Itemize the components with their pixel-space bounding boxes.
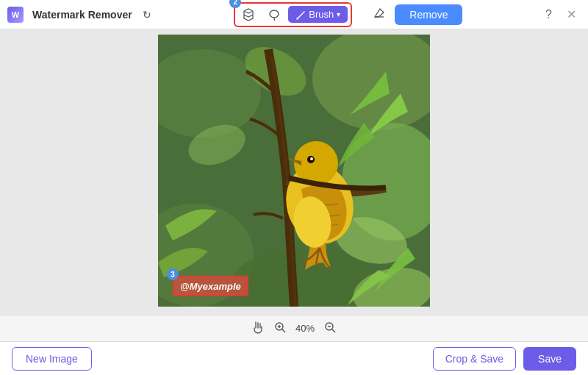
- watermark-text: @Myexample: [180, 281, 241, 292]
- close-button[interactable]: ✕: [562, 6, 581, 23]
- bottom-bar: New Image Crop & Save Save: [0, 341, 588, 375]
- back-button[interactable]: ↻: [138, 6, 156, 24]
- brush-dropdown-icon: ▾: [337, 10, 340, 18]
- image-container: 3 @Myexample: [158, 35, 430, 310]
- title-bar-left: W Watermark Remover ↻: [7, 6, 156, 24]
- zoom-out-button[interactable]: [323, 321, 337, 337]
- rectangle-tool-button[interactable]: [238, 5, 260, 24]
- watermark-selection: 3 @Myexample: [173, 276, 248, 296]
- zoom-in-button[interactable]: [273, 321, 287, 337]
- help-button[interactable]: ?: [541, 7, 556, 23]
- svg-point-0: [270, 10, 279, 18]
- brush-label: Brush: [309, 9, 334, 20]
- svg-point-1: [297, 18, 298, 19]
- crop-save-button[interactable]: Crop & Save: [433, 347, 516, 371]
- svg-point-17: [310, 157, 313, 160]
- hand-tool-button[interactable]: [251, 321, 265, 337]
- remove-button[interactable]: Remove: [395, 4, 462, 25]
- app-logo: W: [7, 7, 24, 23]
- zoom-bar: 40%: [0, 315, 588, 341]
- brush-tool-button[interactable]: Brush ▾: [288, 6, 348, 23]
- main-image: [158, 35, 430, 307]
- bottom-right-actions: Crop & Save Save: [433, 347, 576, 371]
- lasso-tool-button[interactable]: [263, 5, 285, 24]
- svg-line-21: [282, 329, 285, 332]
- new-image-button[interactable]: New Image: [12, 347, 92, 371]
- title-bar: W Watermark Remover ↻ 2: [0, 0, 588, 29]
- title-bar-right: ? ✕: [541, 6, 581, 23]
- main-canvas-area: 3 @Myexample: [0, 29, 588, 315]
- save-button[interactable]: Save: [523, 347, 576, 371]
- toolbar-center: 2 Brush: [234, 2, 462, 27]
- zoom-level: 40%: [295, 323, 315, 334]
- step-badge-3: 3: [167, 268, 179, 280]
- svg-line-24: [332, 329, 335, 332]
- app-title: Watermark Remover: [32, 9, 132, 21]
- tool-group: 2 Brush: [234, 2, 352, 27]
- erase-tool-button[interactable]: [367, 4, 392, 26]
